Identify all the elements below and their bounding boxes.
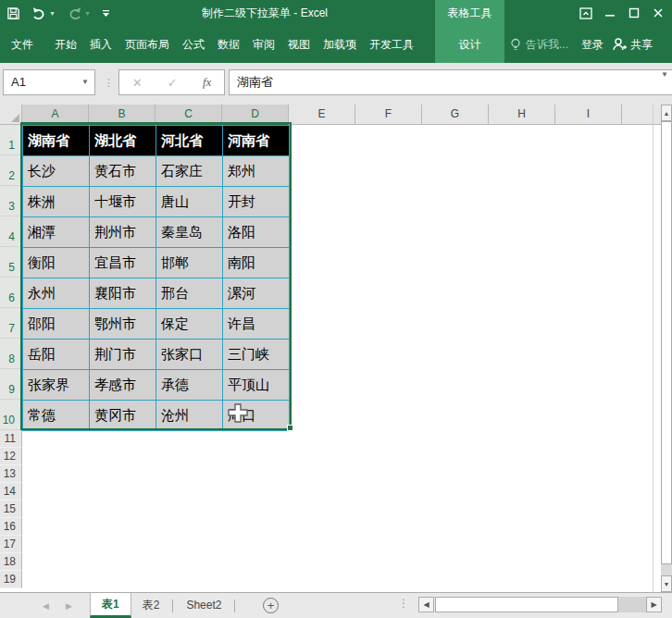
cell[interactable]: 承德 <box>156 370 223 401</box>
new-sheet-button[interactable]: + <box>263 598 279 613</box>
row-header-14[interactable]: 14 <box>0 483 22 501</box>
cell[interactable]: 邯郸 <box>156 248 223 278</box>
cell[interactable]: 郑州 <box>223 156 290 187</box>
cell[interactable]: 张家口 <box>156 340 223 370</box>
column-header-C[interactable]: C <box>156 105 222 125</box>
sheet-tab-表2[interactable]: 表2 <box>131 593 171 618</box>
tab-6[interactable]: 审阅 <box>246 26 281 63</box>
cell[interactable]: 许昌 <box>223 309 290 340</box>
row-header-10[interactable]: 10 <box>0 400 22 430</box>
name-box[interactable]: A1 ▼ <box>3 69 95 95</box>
cell[interactable]: 宜昌市 <box>90 248 156 278</box>
cell[interactable]: 漯河 <box>223 278 290 309</box>
sheet-tab-表1[interactable]: 表1 <box>90 593 131 618</box>
undo-button[interactable]: ▼ <box>29 2 58 24</box>
row-header-4[interactable]: 4 <box>0 216 22 247</box>
redo-dropdown-icon[interactable]: ▼ <box>84 10 91 17</box>
row-header-8[interactable]: 8 <box>0 339 22 369</box>
enter-icon[interactable]: ✓ <box>168 76 178 90</box>
row-header-6[interactable]: 6 <box>0 278 22 308</box>
column-header-B[interactable]: B <box>89 105 156 125</box>
cell[interactable]: 荆州市 <box>90 217 156 248</box>
cell[interactable]: 邵阳 <box>23 309 90 340</box>
cell[interactable]: 常德 <box>23 401 90 431</box>
cell[interactable]: 襄阳市 <box>90 278 156 309</box>
tab-design[interactable]: 设计 <box>435 26 504 63</box>
cell[interactable]: 保定 <box>156 309 223 340</box>
sheet-tab-Sheet2[interactable]: Sheet2 <box>175 593 232 618</box>
horizontal-scrollbar-thumb[interactable] <box>435 597 618 612</box>
cancel-icon[interactable]: ✕ <box>132 76 143 90</box>
undo-dropdown-icon[interactable]: ▼ <box>49 10 56 17</box>
tab-file[interactable]: 文件 <box>5 26 40 63</box>
cell[interactable]: 永州 <box>23 278 90 309</box>
name-box-dropdown-icon[interactable]: ▼ <box>81 70 89 94</box>
vertical-scrollbar-thumb[interactable] <box>661 121 672 564</box>
close-button[interactable] <box>646 0 670 26</box>
cell[interactable]: 洛阳 <box>223 217 290 248</box>
header-cell[interactable]: 湖南省 <box>23 126 90 156</box>
select-all-corner[interactable] <box>0 105 22 125</box>
cell[interactable]: 开封 <box>223 187 290 217</box>
insert-function-icon[interactable]: fx <box>203 75 211 90</box>
cell[interactable]: 孝感市 <box>90 370 156 401</box>
cell[interactable]: 石家庄 <box>156 156 223 187</box>
scroll-up-button[interactable]: ▲ <box>661 105 672 121</box>
row-header-2[interactable]: 2 <box>0 155 22 186</box>
cell[interactable]: 衡阳 <box>23 248 90 278</box>
scroll-down-button[interactable]: ▼ <box>661 575 672 592</box>
tab-9[interactable]: 开发工具 <box>363 26 420 63</box>
row-header-3[interactable]: 3 <box>0 186 22 216</box>
row-header-1[interactable]: 1 <box>0 125 22 155</box>
ribbon-display-options-button[interactable] <box>574 0 598 26</box>
cell[interactable]: 平顶山 <box>223 370 290 401</box>
row-header-11[interactable]: 11 <box>0 430 22 448</box>
column-header-D[interactable]: D <box>222 105 289 125</box>
row-header-17[interactable]: 17 <box>0 536 22 553</box>
cell[interactable]: 黄冈市 <box>90 401 156 431</box>
tab-8[interactable]: 加载项 <box>317 26 363 63</box>
cell[interactable]: 鄂州市 <box>90 309 156 340</box>
row-header-19[interactable]: 19 <box>0 571 22 588</box>
cell[interactable]: 株洲 <box>23 187 90 217</box>
scroll-left-button[interactable]: ◀ <box>418 597 434 612</box>
tab-4[interactable]: 公式 <box>176 26 211 63</box>
maximize-button[interactable] <box>622 0 646 26</box>
horizontal-scrollbar-track[interactable] <box>618 597 646 612</box>
cell[interactable]: 唐山 <box>156 187 223 217</box>
cell[interactable]: 南阳 <box>223 248 290 278</box>
row-header-5[interactable]: 5 <box>0 247 22 278</box>
cell[interactable]: 邢台 <box>156 278 223 309</box>
formula-input[interactable]: 湖南省 <box>229 69 672 95</box>
cell[interactable]: 黄石市 <box>90 156 156 187</box>
tab-2[interactable]: 插入 <box>83 26 118 63</box>
column-header-G[interactable]: G <box>422 105 489 125</box>
tab-3[interactable]: 页面布局 <box>118 26 176 63</box>
header-cell[interactable]: 湖北省 <box>90 126 156 156</box>
row-header-13[interactable]: 13 <box>0 465 22 483</box>
save-button[interactable] <box>4 2 23 24</box>
tab-5[interactable]: 数据 <box>211 26 246 63</box>
minimize-button[interactable] <box>598 0 622 26</box>
cell[interactable]: 张家界 <box>23 370 90 401</box>
column-header-F[interactable]: F <box>355 105 422 125</box>
row-header-9[interactable]: 9 <box>0 369 22 400</box>
row-header-18[interactable]: 18 <box>0 553 22 571</box>
sheet-nav-left-icon[interactable]: ◀ <box>43 601 49 611</box>
row-header-16[interactable]: 16 <box>0 518 22 536</box>
column-header-E[interactable]: E <box>289 105 355 125</box>
column-header-H[interactable]: H <box>489 105 555 125</box>
tell-me-button[interactable]: 告诉我... <box>510 26 568 63</box>
scroll-right-button[interactable]: ▶ <box>646 597 662 612</box>
cell[interactable]: 荆门市 <box>90 340 156 370</box>
tab-1[interactable]: 开始 <box>48 26 83 63</box>
sign-in-button[interactable]: 登录 <box>581 26 604 63</box>
cell[interactable]: 三门峡 <box>223 340 290 370</box>
column-header-I[interactable]: I <box>555 105 622 125</box>
customize-qat-button[interactable] <box>99 2 113 24</box>
cell[interactable]: 十堰市 <box>90 187 156 217</box>
scrollbar-resize-handle[interactable]: ⋮ <box>398 597 409 610</box>
cell[interactable]: 沧州 <box>156 401 223 431</box>
redo-button[interactable]: ▼ <box>64 2 93 24</box>
cell[interactable]: 岳阳 <box>23 340 90 370</box>
